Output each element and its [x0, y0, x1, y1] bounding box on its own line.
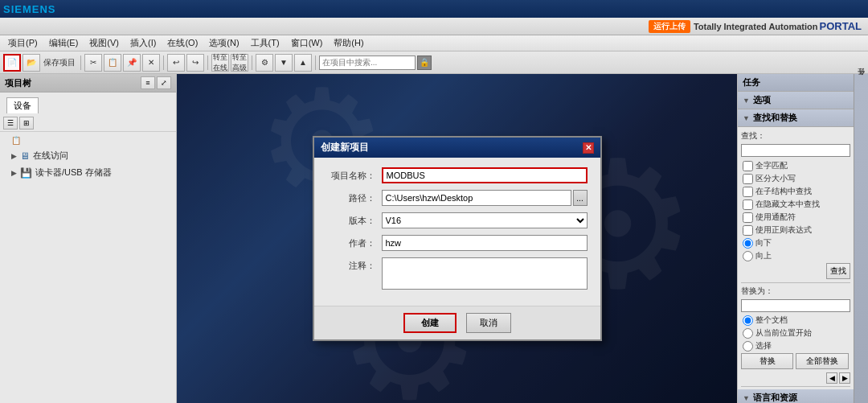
- open-button[interactable]: 📂: [23, 54, 40, 72]
- separator5: [315, 56, 316, 70]
- replace-button[interactable]: 替换: [741, 353, 793, 369]
- wildcard-checkbox[interactable]: [743, 212, 753, 223]
- comment-textarea[interactable]: [382, 257, 588, 290]
- path-input-container: ...: [382, 190, 588, 206]
- task-vertical-label[interactable]: 任务: [855, 77, 867, 84]
- card-reader-icon: 💾: [20, 167, 32, 179]
- cancel-button[interactable]: 取消: [466, 313, 511, 333]
- browse-button[interactable]: ...: [573, 190, 588, 206]
- fullword-checkbox[interactable]: [743, 161, 753, 171]
- menu-item-edit[interactable]: 编辑(E): [44, 36, 84, 50]
- menu-item-view[interactable]: 视图(V): [84, 36, 124, 50]
- separator3: [207, 56, 208, 70]
- hidden-checkbox[interactable]: [743, 199, 753, 210]
- hidden-label: 在隐藏文本中查找: [755, 199, 820, 210]
- regex-checkbox[interactable]: [743, 225, 753, 236]
- lock-button[interactable]: 🔒: [417, 56, 432, 70]
- menu-item-online[interactable]: 在线(O): [162, 36, 203, 50]
- scope-current-radio[interactable]: [743, 328, 753, 339]
- placeholder-icon: 📋: [11, 136, 21, 145]
- cut-button[interactable]: ✂: [84, 54, 102, 72]
- fullword-label: 全字匹配: [755, 160, 788, 171]
- checkbox-wildcard: 使用通配符: [741, 212, 850, 223]
- copy-button[interactable]: 📋: [104, 54, 121, 72]
- find-replace-header[interactable]: ▼ 查找和替换: [738, 109, 854, 127]
- dialog-title: 创建新项目: [321, 141, 369, 154]
- tree-detail-button[interactable]: ⊞: [19, 117, 34, 130]
- radio-up: 向上: [741, 250, 850, 261]
- up-radio[interactable]: [743, 251, 753, 261]
- scope-entire-radio[interactable]: [743, 315, 753, 326]
- toolbar: 📄 📂 保存项目 ✂ 📋 📌 ✕ ↩ ↪ 转至在线 转至高级 ⚙ ▼ ▲ 🔒: [0, 51, 868, 74]
- sidebar-toolbar: ☰ ⊞: [0, 115, 176, 132]
- search-input[interactable]: [319, 56, 416, 70]
- dialog-close-button[interactable]: ✕: [583, 142, 594, 154]
- go-offline-button[interactable]: 转至高级: [231, 54, 248, 72]
- menu-item-tools[interactable]: 工具(T): [246, 36, 285, 50]
- portal-badge[interactable]: 运行上传: [649, 20, 690, 33]
- menu-item-insert[interactable]: 插入(I): [125, 36, 161, 50]
- device-tab[interactable]: 设备: [6, 97, 39, 113]
- version-select[interactable]: V16: [382, 212, 588, 228]
- upload-button[interactable]: ▲: [294, 54, 312, 72]
- dialog-footer: 创建 取消: [314, 306, 600, 339]
- new-project-button[interactable]: 📄: [3, 54, 21, 72]
- divider2: [741, 386, 850, 387]
- right-sidebar: 任务 ▼ 选项 ▼ 查找和替换 查找： 全字匹配 区分大小写 在子结构中查找: [737, 74, 854, 403]
- card-reader-label: 读卡器/USB 存储器: [35, 167, 112, 179]
- menu-item-project[interactable]: 项目(P): [3, 36, 43, 50]
- author-input[interactable]: [382, 235, 588, 251]
- main-layout: 项目树 ≡ ⤢ 设备 ☰ ⊞ 📋 ▶ 🖥 在线访问 ▶ 💾: [0, 74, 868, 403]
- expand-icon-card: ▶: [11, 169, 17, 177]
- scope-selection: 选择: [741, 340, 850, 352]
- undo-button[interactable]: ↩: [167, 54, 185, 72]
- tree-item-online-access[interactable]: ▶ 🖥 在线访问: [2, 147, 174, 164]
- lang-arrow: ▼: [743, 394, 750, 402]
- tree-item-card-reader[interactable]: ▶ 💾 读卡器/USB 存储器: [2, 164, 174, 181]
- go-online-button[interactable]: 转至在线: [211, 54, 229, 72]
- download-button[interactable]: ▼: [275, 54, 293, 72]
- find-button[interactable]: 查找: [826, 263, 850, 279]
- wildcard-label: 使用通配符: [755, 212, 796, 223]
- replace-all-button[interactable]: 全部替换: [796, 353, 848, 369]
- main-canvas: ⚙ ⚙ ⚙ 创建新项目 ✕ 项目名称： 路径：: [177, 74, 737, 403]
- dialog-author-row: 作者：: [327, 235, 588, 251]
- tree-view-button[interactable]: ☰: [3, 117, 18, 130]
- delete-button[interactable]: ✕: [142, 54, 160, 72]
- case-checkbox[interactable]: [743, 174, 753, 184]
- radio-down: 向下: [741, 237, 850, 249]
- project-name-input[interactable]: [382, 167, 588, 183]
- sidebar-expand-button[interactable]: ⤢: [157, 76, 171, 89]
- paste-button[interactable]: 📌: [123, 54, 141, 72]
- portal-text2: utomation: [775, 22, 817, 31]
- menubar: 项目(P) 编辑(E) 视图(V) 插入(I) 在线(O) 选项(N) 工具(T…: [0, 35, 868, 51]
- redo-button[interactable]: ↪: [186, 54, 204, 72]
- scroll-left-button[interactable]: ◀: [826, 372, 837, 384]
- compile-button[interactable]: ⚙: [256, 54, 273, 72]
- path-input[interactable]: [382, 190, 571, 206]
- dialog-name-row: 项目名称：: [327, 167, 588, 183]
- create-button[interactable]: 创建: [403, 313, 457, 333]
- options-title: 选项: [753, 94, 771, 106]
- menu-item-options[interactable]: 选项(N): [204, 36, 244, 50]
- scroll-right-button[interactable]: ▶: [839, 372, 850, 384]
- project-tree-title: 项目树: [5, 77, 31, 89]
- options-header: ▼ 选项: [738, 92, 854, 109]
- version-label: 版本：: [327, 215, 375, 227]
- separator1: [80, 56, 81, 70]
- substructure-checkbox[interactable]: [743, 187, 753, 197]
- scope-selection-radio[interactable]: [743, 341, 753, 352]
- menu-item-window[interactable]: 窗口(W): [286, 36, 328, 50]
- find-label: 查找：: [741, 130, 850, 142]
- find-input[interactable]: [741, 144, 850, 157]
- create-project-dialog: 创建新项目 ✕ 项目名称： 路径： ...: [313, 136, 602, 341]
- sidebar-menu-button[interactable]: ≡: [141, 76, 155, 89]
- replace-input[interactable]: [741, 299, 850, 312]
- checkbox-hidden: 在隐藏文本中查找: [741, 199, 850, 210]
- down-label: 向下: [755, 237, 772, 249]
- scope-current-label: 从当前位置开始: [755, 327, 812, 339]
- menu-item-help[interactable]: 帮助(H): [329, 36, 368, 50]
- find-btn-container: 查找: [741, 263, 850, 279]
- dialog-path-row: 路径： ...: [327, 190, 588, 206]
- down-radio[interactable]: [743, 238, 753, 249]
